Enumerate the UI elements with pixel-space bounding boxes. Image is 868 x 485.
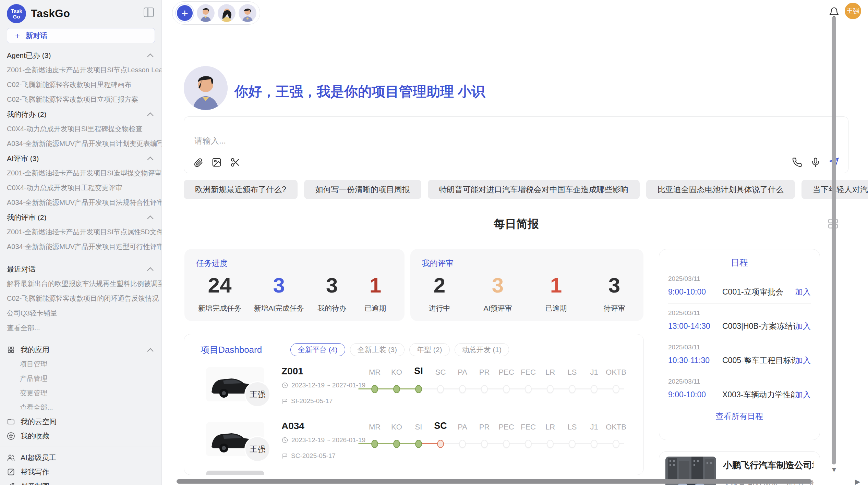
milestone-dot[interactable] bbox=[393, 385, 400, 393]
sidebar-section-header[interactable]: AI评审 (3) bbox=[0, 151, 161, 166]
sidebar-tool-label: AI超级员工 bbox=[21, 453, 56, 462]
sidebar-item[interactable]: 公司Q3轻卡销量 bbox=[0, 306, 161, 321]
dashboard-filter-pill[interactable]: 年型 (2) bbox=[409, 343, 450, 356]
sidebar-item-my-apps[interactable]: 我的应用 bbox=[0, 343, 161, 357]
agent-avatar-2[interactable] bbox=[218, 4, 236, 22]
horizontal-scrollbar[interactable] bbox=[177, 479, 812, 484]
sidebar-tool-item[interactable]: 帮我写作 bbox=[0, 465, 161, 479]
sidebar-item[interactable]: C0X4-动力总成开发项目工程变更评审 bbox=[0, 181, 161, 195]
sidebar-item[interactable]: C02-飞腾新能源轻客改款项目立项汇报方案 bbox=[0, 92, 161, 107]
attachment-icon[interactable] bbox=[193, 157, 203, 169]
sidebar-item[interactable]: C0X4-动力总成开发项目SI里程碑提交物检查 bbox=[0, 122, 161, 136]
sidebar-item-folder[interactable]: 我的云空间 bbox=[0, 414, 161, 429]
event-join-link[interactable]: 加入 bbox=[795, 321, 811, 332]
sidebar-app-item[interactable]: 项目管理 bbox=[0, 357, 161, 371]
milestone-dot[interactable] bbox=[459, 440, 466, 448]
event-date: 2025/03/11 bbox=[668, 275, 811, 283]
sidebar-item-star[interactable]: 我的收藏 bbox=[0, 429, 161, 443]
microphone-icon[interactable] bbox=[810, 157, 821, 169]
sidebar-app-item[interactable]: 变更管理 bbox=[0, 386, 161, 400]
project-row[interactable]: 王强Z0012023-12-19 ~ 2027-01-19SI-2025-05-… bbox=[184, 356, 643, 411]
phone-icon[interactable] bbox=[792, 157, 802, 169]
milestone-dot[interactable] bbox=[459, 385, 466, 393]
suggestion-chips: 欧洲新规最近颁布了什么?如何写一份清晰的项目周报特朗普可能对进口汽车增税会对中国… bbox=[184, 180, 868, 199]
milestone-dot[interactable] bbox=[525, 385, 532, 393]
vertical-scrollbar[interactable] bbox=[832, 16, 836, 464]
logo-text-top: Task bbox=[11, 8, 22, 14]
sidebar-item[interactable]: Z001-全新燃油轻卡产品开发项目SI造型提交物评审 bbox=[0, 166, 161, 181]
sidebar-item[interactable]: A034-全新新能源MUV产品开发项目法规符合性评审 bbox=[0, 195, 161, 210]
milestone-dot[interactable] bbox=[613, 440, 619, 448]
sidebar-item[interactable]: 解释最新出台的欧盟报废车法规再生塑料比例被调至15%... bbox=[0, 276, 161, 291]
milestone-dot[interactable] bbox=[547, 440, 554, 448]
image-icon[interactable] bbox=[212, 157, 222, 169]
milestone-dot[interactable] bbox=[591, 385, 598, 393]
milestone-dot[interactable] bbox=[393, 440, 400, 448]
sidebar-item[interactable]: A034-全新新能源MUV产品开发项目造型可行性评审 bbox=[0, 239, 161, 254]
milestone-dot[interactable] bbox=[569, 440, 576, 448]
scissors-icon[interactable] bbox=[230, 157, 240, 169]
sidebar-section-header[interactable]: Agent已办 (3) bbox=[0, 48, 161, 63]
dashboard-filter-pill[interactable]: 全新平台 (4) bbox=[290, 343, 345, 356]
milestone-dot[interactable] bbox=[371, 385, 378, 393]
chat-input[interactable] bbox=[194, 135, 709, 153]
milestone-dot[interactable] bbox=[591, 440, 598, 448]
stat-value: 3 bbox=[482, 272, 513, 299]
sidebar-tool-item[interactable]: AI超级员工 bbox=[0, 450, 161, 465]
sidebar-app-item[interactable]: 产品管理 bbox=[0, 371, 161, 386]
milestone-label: LR bbox=[539, 368, 561, 377]
sidebar-app-item[interactable]: 查看全部... bbox=[0, 400, 161, 414]
sidebar-collapse-icon[interactable] bbox=[144, 8, 154, 17]
user-avatar[interactable]: 王强 bbox=[845, 3, 861, 19]
app-logo: Task Go bbox=[7, 4, 26, 23]
event-join-link[interactable]: 加入 bbox=[795, 389, 811, 400]
dashboard-filter-pill[interactable]: 全新上装 (3) bbox=[350, 343, 405, 356]
milestone-dot[interactable] bbox=[481, 385, 488, 393]
milestone-label: KO bbox=[386, 423, 408, 432]
milestone-dot[interactable] bbox=[481, 440, 488, 448]
dashboard-filter-pill[interactable]: 动总开发 (1) bbox=[455, 343, 509, 356]
view-all-schedule-link[interactable]: 查看所有日程 bbox=[668, 411, 811, 422]
suggestion-chip[interactable]: 比亚迪全固态电池计划具体说了什么 bbox=[646, 180, 795, 199]
sidebar-item[interactable]: C02-飞腾新能源轻客改款项目里程碑画布 bbox=[0, 77, 161, 92]
sidebar-section-header[interactable]: 最近对话 bbox=[0, 262, 161, 276]
suggestion-chip[interactable]: 欧洲新规最近颁布了什么? bbox=[184, 180, 298, 199]
add-agent-button[interactable]: + bbox=[176, 4, 194, 22]
sidebar-item[interactable]: Z001-全新燃油皮卡产品开发项目SI节点Lesson Learn报告 bbox=[0, 63, 161, 77]
sidebar-tool-item[interactable]: 创意制图 bbox=[0, 479, 161, 485]
suggestion-chip[interactable]: 如何写一份清晰的项目周报 bbox=[304, 180, 421, 199]
milestone-dot[interactable] bbox=[569, 385, 576, 393]
sidebar-item[interactable]: 查看全部... bbox=[0, 321, 161, 335]
agent-avatar-3[interactable] bbox=[239, 4, 256, 22]
milestone-dot[interactable] bbox=[415, 440, 422, 448]
stat-value: 1 bbox=[541, 272, 571, 299]
sidebar-section-header[interactable]: 我的待办 (2) bbox=[0, 107, 161, 122]
milestone-dot[interactable] bbox=[613, 385, 619, 393]
milestone-dot[interactable] bbox=[547, 385, 554, 393]
assistant-greeting: 你好，王强，我是你的项目管理助理 小识 bbox=[234, 82, 485, 101]
milestone-dot[interactable] bbox=[437, 385, 444, 393]
project-row[interactable]: 王强A0342023-12-19 ~ 2026-01-19SC-2025-05-… bbox=[184, 411, 643, 466]
event-time: 10:30-11:30 bbox=[668, 356, 722, 365]
new-chat-label: 新对话 bbox=[26, 31, 47, 40]
scroll-down-arrow-icon[interactable]: ▼ bbox=[831, 466, 837, 474]
milestone-label: FEC bbox=[517, 368, 539, 377]
event-join-link[interactable]: 加入 bbox=[795, 355, 811, 366]
stat-column: 3待评审 bbox=[599, 272, 630, 313]
milestone-dot[interactable] bbox=[415, 385, 422, 393]
sidebar-item[interactable]: C02-飞腾新能源轻客改款项目的闭环通告反馈情况 bbox=[0, 291, 161, 306]
event-join-link[interactable]: 加入 bbox=[795, 287, 811, 297]
milestone-dot[interactable] bbox=[525, 440, 532, 448]
scroll-right-arrow-icon[interactable]: ▶ bbox=[855, 477, 860, 485]
sidebar-section-header[interactable]: 我的评审 (2) bbox=[0, 210, 161, 225]
new-chat-button[interactable]: ＋ 新对话 bbox=[7, 28, 155, 43]
milestone-dot[interactable] bbox=[437, 440, 444, 448]
sidebar-item[interactable]: A034-全新新能源MUV产品开发项目计划变更表编写 bbox=[0, 136, 161, 151]
milestone-dot[interactable] bbox=[371, 440, 378, 448]
milestone-dot[interactable] bbox=[503, 385, 510, 393]
agent-avatar-1[interactable] bbox=[197, 4, 215, 22]
people-icon bbox=[7, 453, 15, 462]
sidebar-item[interactable]: Z001-全新燃油轻卡产品开发项目SI节点属性5D文件评审 bbox=[0, 225, 161, 239]
suggestion-chip[interactable]: 特朗普可能对进口汽车增税会对中国车企造成哪些影响 bbox=[428, 180, 640, 199]
milestone-dot[interactable] bbox=[503, 440, 510, 448]
